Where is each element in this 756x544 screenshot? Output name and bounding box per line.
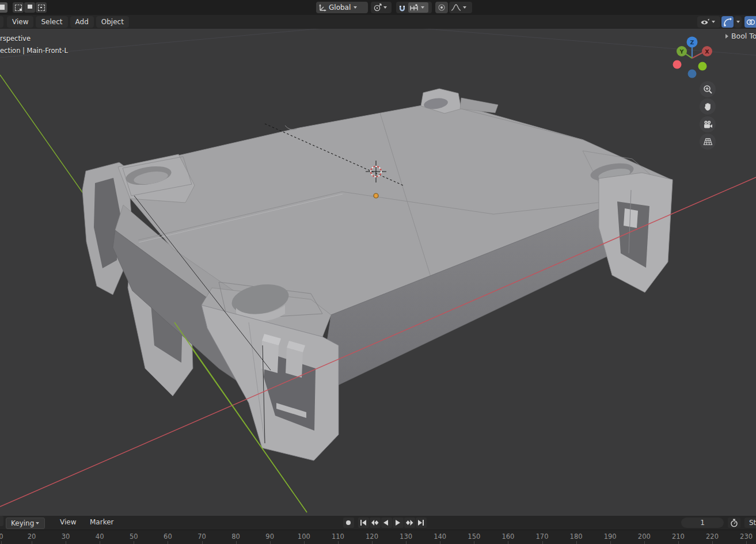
orientation-label: Global [328, 3, 352, 12]
viewport-3d[interactable]: Z Y X rspective ection | Main-Front-L Bo… [0, 29, 756, 516]
ruler-tick-mark [1, 541, 2, 544]
ruler-tick-label: 30 [62, 532, 70, 541]
play-reverse-button[interactable] [381, 518, 392, 528]
gizmos-dropdown[interactable] [734, 16, 742, 28]
proportional-editing-toggle[interactable] [435, 2, 448, 13]
proportional-falloff-dropdown[interactable] [449, 2, 472, 13]
mode-button-select-subtract-icon[interactable] [24, 2, 35, 13]
editor-type-button-partial[interactable] [0, 516, 3, 526]
jump-end-button[interactable] [416, 518, 427, 528]
record-button[interactable] [343, 518, 354, 528]
keying-label: Keying [11, 519, 34, 527]
ruler-tick-label: 160 [502, 532, 514, 541]
jump-start-button[interactable] [358, 518, 369, 528]
ruler-tick-mark [644, 541, 645, 544]
object-visibility-dropdown[interactable] [697, 16, 720, 28]
timeline-editor: Keying ViewMarker 1 Sta 0203040506070809… [0, 516, 756, 544]
frame-start-field[interactable]: Sta [744, 518, 756, 528]
current-frame-field[interactable]: 1 [681, 518, 724, 528]
ruler-tick-mark [66, 541, 66, 544]
chevron-down-icon [36, 522, 39, 524]
active-object-label: ection | Main-Front-L [0, 47, 68, 55]
timeline-ruler[interactable]: 0203040506070809010011012013014015016017… [0, 530, 756, 544]
ruler-tick-label: 200 [638, 532, 651, 541]
snap-toggle-button[interactable] [398, 2, 407, 13]
menu-select[interactable]: Select [36, 16, 67, 28]
snap-toggle-group [396, 2, 432, 13]
ruler-tick-mark [168, 541, 168, 544]
snap-target-dropdown[interactable] [371, 2, 392, 13]
zoom-button[interactable] [700, 81, 716, 97]
pan-button[interactable] [700, 98, 716, 115]
ruler-tick-mark [542, 541, 543, 544]
play-reverse-icon [383, 520, 390, 526]
select-extend-icon [15, 5, 22, 11]
mode-button-select-intersect-icon[interactable] [36, 2, 47, 13]
timeline-menu-marker[interactable]: Marker [90, 518, 113, 526]
sidebar-panel-bool-tool[interactable]: Bool To [725, 32, 756, 40]
snap-with-dropdown[interactable] [408, 2, 428, 13]
timeline-menu-view[interactable]: View [60, 518, 76, 526]
panel-expand-icon [725, 34, 728, 39]
ruler-tick-label: 140 [434, 532, 446, 541]
menu-add[interactable]: Add [70, 16, 94, 28]
camera-view-button[interactable] [700, 116, 716, 132]
grid-horizon-lines [0, 29, 756, 58]
stopwatch-icon [730, 519, 738, 527]
orthographic-toggle-button[interactable] [700, 134, 716, 150]
menu-object[interactable]: Object [96, 16, 129, 28]
snap-target-icon [373, 3, 382, 12]
ruler-tick-label: 180 [570, 532, 583, 541]
ruler-tick-mark [440, 541, 440, 544]
show-gizmos-toggle[interactable] [721, 16, 734, 28]
topbar: Global [0, 0, 756, 15]
prev-keyframe-icon [371, 520, 379, 526]
gizmo-z-negative[interactable] [688, 70, 697, 78]
play-button[interactable] [393, 518, 404, 528]
prev-keyframe-button[interactable] [370, 518, 381, 528]
ruler-tick-mark [100, 541, 100, 544]
view-perspective-label: rspective [0, 35, 31, 43]
ruler-tick-mark [746, 541, 747, 544]
chevron-down-icon [354, 6, 357, 9]
editor-type-button-partial[interactable] [0, 16, 3, 28]
ruler-tick-mark [576, 541, 577, 544]
select-intersect-icon [38, 5, 45, 11]
record-icon [345, 520, 352, 526]
sidebar-tab-label: Bool To [731, 32, 756, 40]
keying-dropdown[interactable]: Keying [6, 518, 45, 529]
ruler-tick-label: 210 [672, 532, 685, 541]
next-keyframe-button[interactable] [404, 518, 415, 528]
select-set-icon [0, 5, 5, 10]
play-icon [394, 520, 402, 526]
mode-button-select-set-icon[interactable] [0, 2, 7, 13]
model-mesh[interactable] [82, 89, 673, 461]
gizmo-y-label: Y [679, 48, 684, 55]
orthographic-grid-icon [703, 138, 713, 146]
transform-orientation-dropdown[interactable]: Global [316, 2, 368, 13]
preview-range-button[interactable] [728, 518, 740, 528]
pan-hand-icon [703, 102, 712, 111]
gizmo-x-negative[interactable] [673, 60, 682, 69]
ruler-tick-mark [678, 541, 679, 544]
chevron-down-icon [383, 6, 387, 9]
mode-button-select-extend-icon[interactable] [13, 2, 24, 13]
ruler-tick-label: 80 [231, 532, 240, 541]
ruler-tick-mark [508, 541, 508, 544]
gizmo-y-negative[interactable] [698, 62, 707, 71]
orientation-axes-icon [318, 3, 328, 12]
menu-view[interactable]: View [7, 16, 33, 28]
zoom-icon [703, 85, 713, 94]
navigation-gizmo[interactable]: Z Y X [673, 37, 713, 78]
model-frontleg-boss1 [261, 341, 279, 373]
ruler-tick-label: 90 [265, 532, 274, 541]
ruler-tick-label: 120 [366, 532, 378, 541]
visibility-eye-icon [700, 18, 710, 26]
ruler-tick-label: 40 [96, 532, 104, 541]
snap-increment-icon [409, 4, 419, 12]
object-origin-dot[interactable] [374, 193, 378, 198]
select-subtract-icon [26, 5, 32, 10]
magnet-icon [398, 3, 407, 12]
show-overlays-toggle[interactable] [744, 16, 756, 28]
ruler-tick-mark [32, 541, 32, 544]
